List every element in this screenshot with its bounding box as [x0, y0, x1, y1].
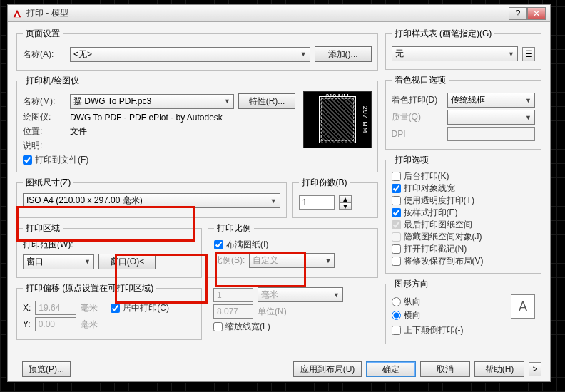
orientation-preview-icon: A [511, 294, 535, 319]
quality-select: ▼ [447, 110, 535, 125]
printer-legend: 打印机/绘图仪 [23, 75, 82, 87]
plot-scale-group: 打印比例 布满图纸(I) 比例(S): 自定义▼ [208, 222, 378, 278]
portrait-radio[interactable] [392, 297, 401, 306]
preview-button[interactable]: 预览(P)... [22, 361, 71, 377]
page-setup-group: 页面设置 名称(A): <无>▼ 添加()... [16, 28, 378, 71]
shade-viewport-legend: 着色视口选项 [392, 74, 449, 86]
scale-lineweights-checkbox[interactable] [213, 322, 223, 331]
save-to-layout-checkbox[interactable] [392, 257, 401, 266]
chevron-down-icon: ▼ [84, 258, 91, 265]
page-name-select[interactable]: <无>▼ [70, 47, 310, 62]
where-value: 文件 [70, 125, 87, 138]
close-icon[interactable]: ✕ [527, 7, 546, 20]
printer-properties-button[interactable]: 特性(R)... [238, 93, 295, 109]
add-button[interactable]: 添加()... [315, 46, 372, 62]
obj-lineweights-checkbox[interactable] [392, 184, 401, 193]
plot-style-select[interactable]: 无▼ [392, 46, 518, 61]
scale-lineweights-label: 缩放线宽(L) [225, 321, 270, 333]
paper-size-legend: 图纸尺寸(Z) [23, 177, 73, 189]
plot-scale-legend: 打印比例 [214, 222, 254, 234]
copies-input[interactable]: 1 [299, 195, 335, 210]
scale-unit-select: 毫米▼ [258, 287, 343, 302]
plot-dialog: 打印 - 模型 ? ✕ 页面设置 名称(A): <无>▼ 添加()... [7, 4, 551, 382]
page-name-label: 名称(A): [23, 48, 66, 61]
plot-area-legend: 打印区域 [23, 222, 63, 234]
scale-ratio-label: 比例(S): [214, 254, 245, 267]
offset-x-unit: 毫米 [81, 302, 98, 314]
plotter-label: 绘图仪: [23, 111, 66, 123]
plot-style-group: 打印样式表 (画笔指定)(G) 无▼ ☰ [385, 28, 541, 70]
scale-denominator-input: 8.077 [213, 304, 253, 319]
dpi-label: DPI [392, 129, 443, 139]
plot-to-file-label: 打印到文件(F) [35, 154, 88, 166]
paper-size-select[interactable]: ISO A4 (210.00 x 297.00 毫米)▼ [23, 193, 280, 208]
plot-styles-checkbox[interactable] [392, 208, 401, 217]
transparency-checkbox[interactable] [392, 196, 401, 205]
plot-offset-group: 打印偏移 (原点设置在可打印区域) X: 19.64 毫米 居中打印(C) Y: [16, 282, 202, 340]
scale-ratio-select: 自定义▼ [249, 253, 335, 268]
fit-to-paper-checkbox[interactable] [214, 240, 223, 249]
preview-height-label: 297 MM [362, 106, 369, 134]
plot-style-legend: 打印样式表 (画笔指定)(G) [392, 28, 495, 40]
upside-down-checkbox[interactable] [392, 326, 401, 335]
desc-label: 说明: [23, 140, 66, 152]
offset-y-label: Y: [23, 319, 31, 329]
shade-plot-select[interactable]: 传统线框▼ [447, 93, 535, 108]
paper-preview: 210 MM 297 MM [303, 91, 372, 148]
shade-viewport-group: 着色视口选项 着色打印(D) 传统线框▼ 质量(Q) ▼ [385, 74, 541, 150]
center-plot-label: 居中打印(C) [123, 302, 169, 314]
plot-options-legend: 打印选项 [392, 154, 432, 166]
chevron-down-icon: ▼ [270, 197, 277, 205]
titlebar[interactable]: 打印 - 模型 ? ✕ [8, 5, 550, 22]
plot-style-edit-icon[interactable]: ☰ [522, 47, 535, 61]
scale-numerator-input: 1 [213, 288, 253, 302]
chevron-down-icon: ▼ [525, 97, 531, 104]
window-title: 打印 - 模型 [26, 7, 68, 19]
plot-area-group: 打印区域 打印范围(W): 窗口▼ 窗口(O)< [16, 222, 202, 278]
plot-stamp-checkbox[interactable] [392, 244, 401, 254]
ok-button[interactable]: 确定 [366, 361, 416, 377]
shade-plot-label: 着色打印(D) [392, 94, 443, 106]
chevron-down-icon: ▼ [525, 114, 531, 121]
plot-range-label: 打印范围(W): [23, 239, 195, 251]
plot-range-select[interactable]: 窗口▼ [23, 254, 94, 269]
orientation-legend: 图形方向 [392, 278, 432, 290]
apply-to-layout-button[interactable]: 应用到布局(U) [293, 361, 362, 377]
offset-y-input: 0.00 [35, 317, 76, 331]
chevron-down-icon: ▼ [224, 98, 230, 105]
where-label: 位置: [23, 125, 66, 138]
scale-den-unit: 单位(N) [258, 306, 287, 318]
fit-to-paper-label: 布满图纸(I) [226, 239, 268, 251]
chevron-down-icon: ▼ [333, 292, 340, 299]
help-icon[interactable]: ? [509, 7, 527, 20]
dpi-input [447, 127, 535, 141]
window-pick-button[interactable]: 窗口(O)< [98, 254, 156, 269]
landscape-radio[interactable] [392, 311, 401, 320]
expand-icon[interactable]: > [529, 362, 541, 376]
copies-group: 打印份数(B) 1 ▴ ▾ [292, 177, 378, 218]
offset-x-input: 19.64 [35, 301, 76, 315]
offset-x-label: X: [23, 303, 31, 313]
equals-icon: = [347, 290, 352, 300]
page-setup-legend: 页面设置 [23, 28, 63, 40]
bg-plot-checkbox[interactable] [392, 172, 401, 181]
copies-down-icon[interactable]: ▾ [339, 202, 352, 210]
cancel-button[interactable]: 取消 [420, 361, 470, 377]
help-button[interactable]: 帮助(H) [474, 361, 524, 377]
paper-size-group: 图纸尺寸(Z) ISO A4 (210.00 x 297.00 毫米)▼ [16, 177, 287, 218]
printer-name-label: 名称(M): [23, 96, 66, 108]
copies-legend: 打印份数(B) [299, 177, 350, 189]
plotter-value: DWG To PDF - PDF ePlot - by Autodesk [70, 113, 223, 123]
quality-label: 质量(Q) [392, 111, 443, 123]
chevron-down-icon: ▼ [325, 257, 331, 264]
plot-options-group: 打印选项 后台打印(K) 打印对象线宽 使用透明度打印(T) 按样式打印(E) … [385, 154, 541, 274]
printer-group: 打印机/绘图仪 名称(M): 翨 DWG To PDF.pc3▼ 特性(R)..… [16, 75, 378, 172]
center-plot-checkbox[interactable] [111, 304, 120, 313]
plot-offset-legend: 打印偏移 (原点设置在可打印区域) [23, 282, 156, 294]
plot-to-file-checkbox[interactable] [23, 155, 32, 165]
autocad-icon [12, 9, 22, 19]
chevron-down-icon: ▼ [300, 51, 307, 58]
chevron-down-icon: ▼ [508, 51, 514, 58]
orientation-group: 图形方向 纵向 横向 上下颠倒打印(-) A [385, 278, 541, 344]
printer-name-select[interactable]: 翨 DWG To PDF.pc3▼ [70, 94, 234, 109]
